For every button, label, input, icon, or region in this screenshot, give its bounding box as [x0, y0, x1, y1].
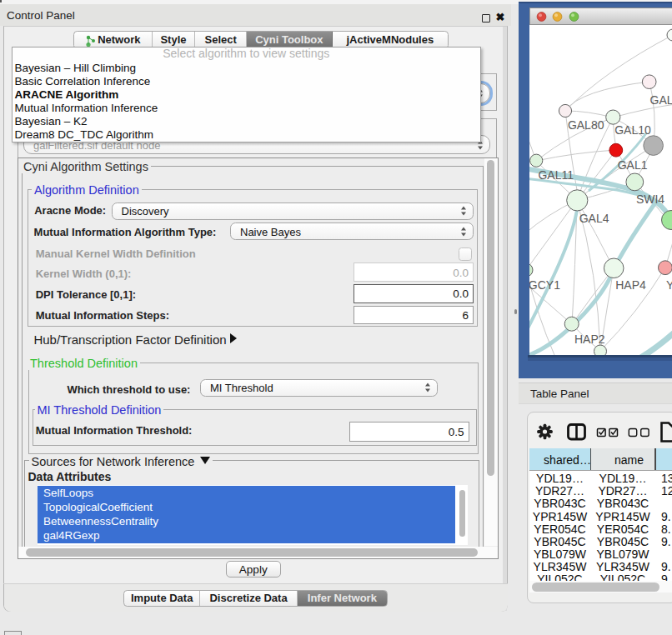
svg-text:GAL11: GAL11: [538, 168, 574, 182]
svg-text:GAL80: GAL80: [568, 118, 604, 132]
svg-text:GAL4: GAL4: [579, 212, 609, 225]
svg-text:GAL10: GAL10: [614, 123, 651, 137]
svg-text:GAL1: GAL1: [618, 158, 648, 172]
svg-text:SWI4: SWI4: [636, 192, 664, 206]
svg-text:GCY1: GCY1: [529, 278, 560, 292]
svg-text:YEL: YEL: [666, 278, 672, 292]
svg-text:HAP2: HAP2: [574, 332, 605, 346]
svg-text:GAL7: GAL7: [650, 93, 672, 107]
svg-text:HAP4: HAP4: [615, 278, 646, 292]
